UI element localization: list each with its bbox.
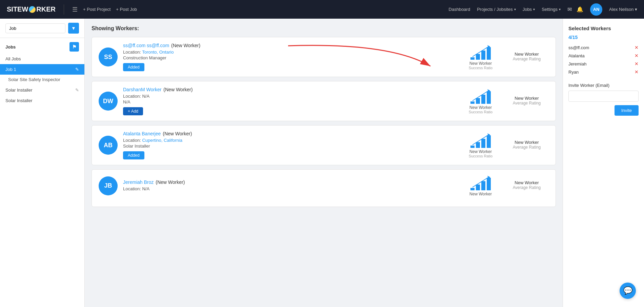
svg-rect-7 [476, 98, 480, 104]
edit-icon[interactable]: ✎ [75, 88, 79, 93]
worker-link[interactable]: Atalanta Banerjee [123, 131, 161, 136]
chart-icon [470, 133, 491, 148]
hamburger-icon[interactable]: ☰ [72, 6, 78, 13]
worker-name-row: Atalanta Banerjee (New Worker) [123, 131, 457, 136]
added-button[interactable]: Added [123, 151, 144, 159]
worker-info: Jeremiah Broz (New Worker) Location: N/A [123, 179, 457, 192]
worker-stats: New Worker Success Ratio [462, 133, 499, 158]
worker-info: DarshanM Worker (New Worker) Location: N… [123, 87, 457, 115]
rating-sub: Average Rating [513, 101, 541, 105]
chevron-down-icon: ▾ [533, 7, 535, 11]
user-name[interactable]: Alex Neilson ▾ [609, 7, 637, 12]
worker-name-row: Jeremiah Broz (New Worker) [123, 179, 457, 185]
sidebar-item-solar-installer-2[interactable]: Solar Installer [0, 95, 84, 106]
selected-worker-name: Jeremiah [568, 61, 586, 66]
nav-dashboard[interactable]: Dashboard [449, 7, 470, 12]
success-ratio-label: Success Ratio [469, 110, 492, 114]
header: SITEWRKER ☰ + Post Project + Post Job Da… [0, 0, 644, 19]
logo[interactable]: SITEWRKER [7, 5, 56, 13]
svg-rect-16 [470, 188, 475, 190]
logo-text: SITEW [7, 5, 28, 13]
nav-jobs[interactable]: Jobs▾ [523, 7, 535, 12]
worker-link[interactable]: ss@ff.com ss@ff.com [123, 43, 169, 48]
worker-name-row: DarshanM Worker (New Worker) [123, 87, 457, 92]
selected-worker-row: Jeremiah ✕ [568, 60, 639, 68]
sidebar-item-job1[interactable]: Job 1 ✎ [0, 64, 84, 75]
add-button[interactable]: + Add [123, 107, 143, 115]
remove-icon[interactable]: ✕ [635, 69, 639, 75]
selected-worker-row: ss@ff.com ✕ [568, 43, 639, 52]
worker-name-row: ss@ff.com ss@ff.com (New Worker) [123, 43, 457, 48]
avatar[interactable]: AN [590, 3, 602, 16]
mail-icon[interactable]: ✉ [567, 6, 572, 13]
filter-select[interactable]: Job [5, 23, 65, 33]
worker-role: N/A [123, 99, 457, 104]
sidebar-item-all-jobs[interactable]: All Jobs [0, 54, 84, 64]
chevron-down-icon: ▾ [559, 7, 561, 11]
invite-button[interactable]: Invite [615, 105, 639, 116]
sidebar-item-solar-installer-1[interactable]: Solar Installer ✎ [0, 85, 84, 95]
sidebar-item-solar-safety[interactable]: Solar Site Safety Inspector [0, 75, 84, 85]
main-content: Showing Workers: SS ss@ff.com ss@ff.com … [85, 19, 563, 307]
worker-role: Solar Installer [123, 143, 457, 149]
remove-icon[interactable]: ✕ [635, 53, 639, 58]
worker-info: ss@ff.com ss@ff.com (New Worker) Locatio… [123, 43, 457, 71]
worker-rating: New Worker Average Rating [505, 180, 549, 191]
stats-label: New Worker [469, 149, 492, 154]
worker-link[interactable]: DarshanM Worker [123, 87, 161, 92]
worker-location: Location: Toronto, Ontario [123, 50, 457, 55]
worker-stats: New Worker [462, 175, 499, 196]
worker-location: Location: Cupertino, California [123, 138, 457, 143]
bell-icon[interactable]: 🔔 [577, 6, 583, 13]
selected-worker-name: Atalanta [568, 53, 585, 58]
worker-location: Location: N/A [123, 94, 457, 99]
worker-card: AB Atalanta Banerjee (New Worker) Locati… [92, 125, 556, 165]
worker-rating: New Worker Average Rating [505, 140, 549, 151]
svg-rect-11 [470, 146, 475, 148]
edit-icon[interactable]: ✎ [75, 67, 79, 72]
invite-section: Invite Worker (Email) Invite [568, 83, 639, 105]
selected-worker-row: Ryan ✕ [568, 68, 639, 76]
post-project-button[interactable]: + Post Project [83, 7, 110, 12]
chat-icon: 💬 [623, 286, 632, 295]
worker-role: Construction Manager [123, 55, 457, 60]
stats-label: New Worker [469, 192, 492, 196]
worker-tag: (New Worker) [163, 131, 192, 136]
rating-label: New Worker [515, 180, 539, 185]
svg-rect-8 [481, 95, 485, 104]
right-panel: Selected Workers 4/15 ss@ff.com ✕ Atalan… [563, 19, 644, 307]
stats-label: New Worker [469, 61, 492, 66]
remove-icon[interactable]: ✕ [635, 45, 639, 50]
worker-avatar: JB [99, 176, 118, 195]
invite-email-input[interactable] [568, 91, 639, 102]
chart-icon [470, 89, 491, 104]
nav-settings[interactable]: Settings▾ [542, 7, 561, 12]
success-ratio-label: Success Ratio [469, 154, 492, 158]
chart-icon [470, 175, 491, 190]
remove-icon[interactable]: ✕ [635, 61, 639, 66]
chevron-down-icon: ▾ [514, 7, 516, 11]
chat-button[interactable]: 💬 [620, 283, 636, 299]
worker-rating: New Worker Average Rating [505, 96, 549, 107]
worker-tag: (New Worker) [156, 179, 185, 185]
svg-rect-13 [481, 139, 485, 148]
added-button[interactable]: Added [123, 63, 144, 71]
stats-label: New Worker [469, 105, 492, 110]
worker-avatar: SS [99, 47, 118, 66]
worker-avatar: AB [99, 136, 118, 155]
success-ratio-label: Success Ratio [469, 66, 492, 70]
post-job-button[interactable]: + Post Job [116, 7, 137, 12]
nav-projects[interactable]: Projects / Jobsites▾ [477, 7, 516, 12]
invite-label: Invite Worker (Email) [568, 83, 639, 88]
selected-worker-name: ss@ff.com [568, 45, 589, 50]
header-divider [64, 4, 64, 15]
rating-sub: Average Rating [513, 145, 541, 150]
worker-tag: (New Worker) [163, 87, 193, 92]
filter-button[interactable]: ▼ [68, 23, 79, 34]
worker-rating: New Worker Average Rating [505, 52, 549, 63]
worker-location: Location: N/A [123, 186, 457, 191]
worker-link[interactable]: Jeremiah Broz [123, 179, 154, 185]
rating-label: New Worker [515, 52, 539, 57]
jobs-filter-icon[interactable]: ⚑ [69, 42, 79, 52]
rating-sub: Average Rating [513, 185, 541, 190]
